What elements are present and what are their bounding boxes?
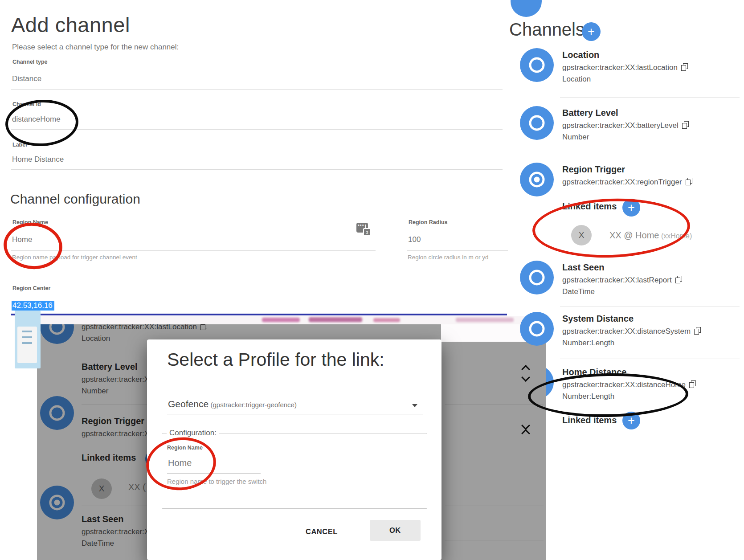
- label-underline: [11, 169, 503, 170]
- copy-icon[interactable]: [682, 65, 687, 71]
- item-avatar: X: [571, 225, 592, 245]
- channel-row-system-distance[interactable]: System Distance gpstracker:tracker:XX:di…: [520, 312, 744, 349]
- dialog-input-underline: [167, 473, 261, 474]
- channel-row-home-distance[interactable]: Home Distance gpstracker:tracker:XX:dist…: [520, 365, 744, 402]
- channel-uid: gpstracker:tracker:XX:lastReport: [562, 274, 672, 286]
- region-name-label: Region Name: [12, 219, 48, 225]
- dialog-region-name-input[interactable]: Home: [168, 458, 192, 468]
- channel-uid: gpstracker:tracker:XX:distanceHome: [562, 379, 686, 391]
- linked-items-heading-2: Linked items: [562, 413, 617, 427]
- channel-trigger-icon: [520, 163, 554, 196]
- annotation-ellipse-region-name: [2, 220, 65, 271]
- label-input[interactable]: Home Distance: [12, 155, 64, 164]
- profile-select[interactable]: Geofence (gpstracker:trigger-geofence): [168, 399, 297, 409]
- cancel-button[interactable]: CANCEL: [298, 523, 345, 540]
- map-edge-strip: [37, 316, 546, 324]
- copy-icon[interactable]: [676, 277, 681, 283]
- region-radius-input[interactable]: 100: [408, 235, 421, 244]
- channel-row-last-seen[interactable]: Last Seen gpstracker:tracker:XX:lastRepo…: [520, 261, 744, 298]
- partial-circle-icon: [511, 0, 542, 17]
- sidebar-title: Channels: [509, 20, 585, 40]
- region-center-input[interactable]: 42.53,16.16: [12, 301, 54, 311]
- channel-type: DateTime: [562, 286, 681, 298]
- channel-type: Location: [562, 74, 687, 85]
- linked-item-row[interactable]: X XX @ Home (xxHome): [571, 225, 692, 245]
- linked-items-heading: Linked items: [562, 200, 617, 213]
- channel-row-region-trigger[interactable]: Region Trigger gpstracker:tracker:XX:reg…: [520, 163, 744, 196]
- fieldset-legend: Configuration:: [167, 429, 219, 437]
- channel-type-label: Channel type: [12, 59, 48, 65]
- channel-title: Last Seen: [562, 261, 681, 274]
- dropdown-caret-icon[interactable]: [412, 404, 417, 407]
- copy-icon[interactable]: [695, 328, 700, 335]
- channel-row-location[interactable]: Location gpstracker:tracker:XX:lastLocat…: [520, 48, 744, 85]
- region-radius-label: Region Radius: [409, 219, 448, 225]
- channel-state-icon: [520, 106, 554, 140]
- region-center-label: Region Center: [12, 285, 50, 291]
- channel-state-icon: [520, 261, 554, 294]
- channel-state-icon: [520, 312, 554, 346]
- region-center-focus-underline: [11, 314, 507, 315]
- dialog-title: Select a Profile for the link:: [167, 349, 384, 370]
- copy-icon[interactable]: [690, 382, 695, 388]
- region-radius-underline: [407, 250, 508, 251]
- channel-title: System Distance: [562, 312, 700, 325]
- region-radius-hint: Region circle radius in m or yd: [408, 254, 489, 261]
- config-heading: Channel configuration: [10, 192, 140, 207]
- region-name-underline: [11, 250, 376, 251]
- add-linked-item-button-2[interactable]: +: [622, 412, 640, 429]
- channel-uid: gpstracker:tracker:XX:batteryLevel: [562, 119, 679, 131]
- channel-title: Region Trigger: [562, 163, 691, 176]
- region-name-hint: Region name payload for trigger channel …: [12, 254, 137, 261]
- profile-select-underline: [167, 414, 423, 414]
- copy-icon[interactable]: [686, 179, 691, 185]
- dialog-region-name-label: Region Name: [167, 445, 203, 451]
- channel-uid: gpstracker:tracker:XX:distanceSystem: [562, 325, 691, 337]
- lastpass-icon[interactable]: 3: [356, 223, 368, 233]
- screen: Add channel Please select a channel type…: [0, 0, 744, 560]
- lastpass-badge: 3: [363, 228, 371, 236]
- page-subtitle: Please select a channel type for the new…: [12, 43, 179, 52]
- map-fragment: [15, 311, 41, 368]
- page-title: Add channel: [11, 12, 130, 37]
- channel-id-label: Channel Id: [12, 101, 41, 107]
- ok-button[interactable]: OK: [370, 520, 421, 541]
- channel-title: Home Distance: [562, 365, 695, 379]
- profile-select-value: Geofence: [168, 399, 208, 409]
- divider: [560, 307, 740, 307]
- configuration-fieldset: Configuration:: [162, 429, 427, 509]
- label-label: Label: [12, 142, 27, 148]
- channel-uid: gpstracker:tracker:XX:lastLocation: [562, 61, 678, 74]
- channel-state-icon: [520, 48, 554, 82]
- channel-title: Location: [562, 48, 687, 61]
- divider: [560, 251, 740, 251]
- copy-icon[interactable]: [683, 123, 688, 129]
- channel-title: Battery Level: [562, 106, 688, 119]
- channel-type-underline: [11, 89, 503, 90]
- dialog-region-name-hint: Region name to trigger the switch: [167, 478, 266, 485]
- channel-type-select[interactable]: Distance: [12, 74, 41, 83]
- profile-select-detail: (gpstracker:trigger-geofence): [211, 401, 297, 409]
- channel-uid: gpstracker:tracker:XX:regionTrigger: [562, 176, 682, 188]
- channel-row-battery[interactable]: Battery Level gpstracker:tracker:XX:batt…: [520, 106, 744, 143]
- profile-dialog: Select a Profile for the link: Geofence …: [147, 339, 441, 560]
- divider: [560, 97, 740, 98]
- add-linked-item-button[interactable]: +: [622, 199, 640, 217]
- linked-item-detail: (xxHome): [661, 232, 692, 240]
- channel-type: Number:Length: [562, 391, 695, 402]
- region-name-input[interactable]: Home: [12, 235, 32, 244]
- channel-id-input[interactable]: distanceHome: [12, 115, 61, 124]
- linked-item-name: XX @ Home: [609, 230, 659, 240]
- divider: [560, 359, 740, 359]
- map-control: [17, 327, 37, 363]
- channel-type: Number: [562, 131, 688, 143]
- divider: [560, 153, 740, 153]
- channel-id-underline: [11, 129, 503, 130]
- channel-type: Number:Length: [562, 337, 700, 349]
- add-channel-button[interactable]: +: [582, 22, 601, 41]
